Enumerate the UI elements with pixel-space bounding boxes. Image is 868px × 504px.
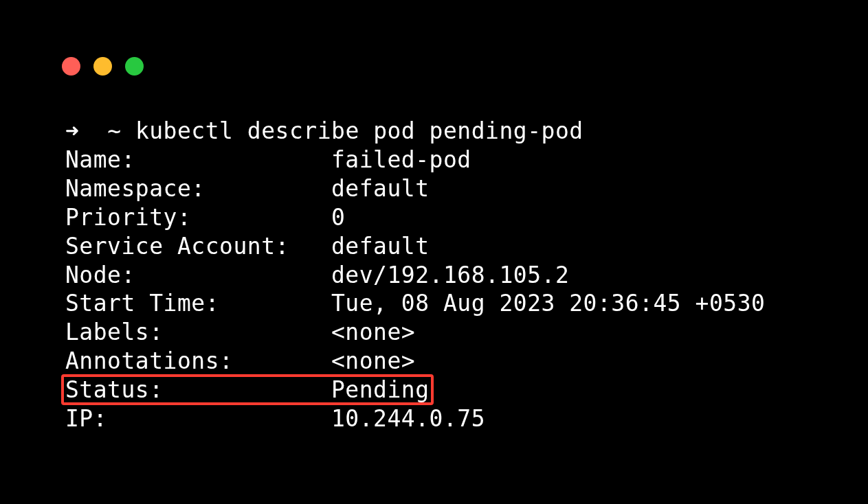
field-value: 0 xyxy=(331,204,345,231)
field-label: Name: xyxy=(65,146,135,173)
field-value: default xyxy=(331,233,430,260)
terminal-output[interactable]: ➜ ~ kubectl describe pod pending-pod Nam… xyxy=(0,76,868,433)
close-icon[interactable] xyxy=(62,57,80,76)
field-value: 10.244.0.75 xyxy=(331,405,485,432)
field-value-status: Pending xyxy=(331,376,430,403)
field-label: Service Account: xyxy=(65,233,289,260)
field-label: Priority: xyxy=(65,204,191,231)
field-value: failed-pod xyxy=(331,146,471,173)
minimize-icon[interactable] xyxy=(93,57,112,76)
field-value: default xyxy=(331,175,430,202)
field-label: Namespace: xyxy=(65,175,205,202)
prompt-arrow: ➜ xyxy=(65,117,79,144)
field-label: Node: xyxy=(65,262,135,288)
field-value: dev/192.168.105.2 xyxy=(331,262,569,288)
field-label: Labels: xyxy=(65,319,164,345)
field-label: Annotations: xyxy=(65,347,233,374)
prompt-command: kubectl describe pod pending-pod xyxy=(135,117,583,144)
field-label: Start Time: xyxy=(65,290,219,317)
window-traffic-lights xyxy=(0,0,868,76)
field-label-status: Status: xyxy=(65,376,164,403)
field-value: Tue, 08 Aug 2023 20:36:45 +0530 xyxy=(331,290,765,317)
zoom-icon[interactable] xyxy=(125,57,144,76)
field-label: IP: xyxy=(65,405,107,432)
field-value: <none> xyxy=(331,319,415,345)
field-value: <none> xyxy=(331,347,415,374)
prompt-tilde: ~ xyxy=(107,117,121,144)
